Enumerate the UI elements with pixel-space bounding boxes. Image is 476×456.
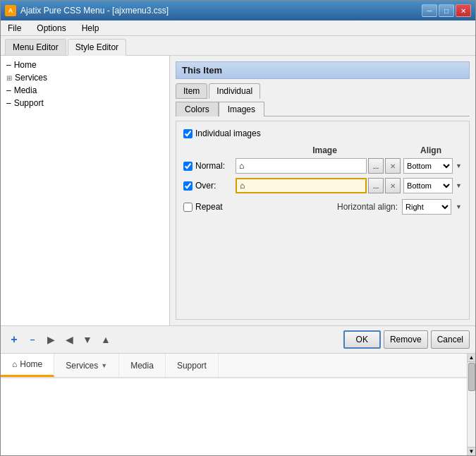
title-bar-left: A Ajatix Pure CSS Menu - [ajxmenu3.css] xyxy=(5,5,169,16)
remove-button[interactable]: Remove xyxy=(384,330,428,349)
add-button[interactable]: + xyxy=(6,332,22,347)
menu-help[interactable]: Help xyxy=(78,22,104,35)
repeat-label: Repeat xyxy=(195,202,223,212)
over-align-select[interactable]: Bottom Top Middle Left Right xyxy=(403,178,453,193)
tab-menu-editor[interactable]: Menu Editor xyxy=(5,39,66,55)
horiz-align-group: Horizontal align: Right Left Center ▼ xyxy=(337,199,462,215)
services-dropdown-arrow: ▼ xyxy=(101,362,107,369)
tree-label-media: Media xyxy=(14,85,37,95)
over-input-group: ⌂ ... ✕ xyxy=(236,178,401,193)
window-title: Ajatix Pure CSS Menu - [ajxmenu3.css] xyxy=(20,6,169,16)
tree-item-bullet-support: – xyxy=(6,98,11,108)
scrollbar-track xyxy=(468,362,475,447)
preview-item-support[interactable]: Support xyxy=(166,354,219,377)
right-panel: This Item Item Individual Colors Images … xyxy=(170,56,475,325)
repeat-row: Repeat xyxy=(183,202,223,212)
preview-item-services[interactable]: Services ▼ xyxy=(54,354,119,377)
inner-tab-colors[interactable]: Colors xyxy=(176,102,219,116)
over-image-input[interactable]: ⌂ xyxy=(236,178,367,193)
minimize-button[interactable]: ─ xyxy=(422,4,437,17)
maximize-button[interactable]: □ xyxy=(439,4,454,17)
preview-scrollbar[interactable]: ▲ ▼ xyxy=(467,354,475,455)
sub-tab-item[interactable]: Item xyxy=(176,83,207,99)
over-clear-button[interactable]: ✕ xyxy=(385,178,401,193)
next-button[interactable]: ▶ xyxy=(43,332,59,347)
menu-bar: File Options Help xyxy=(1,20,475,36)
horiz-align-label: Horizontal align: xyxy=(337,202,398,212)
normal-image-input[interactable]: ⌂ xyxy=(236,158,367,174)
normal-label-group: Normal: xyxy=(183,161,233,171)
bottom-options-row: Repeat Horizontal align: Right Left Cent… xyxy=(183,199,462,215)
individual-images-row: Individual images xyxy=(183,128,462,138)
prev-button[interactable]: ◀ xyxy=(61,332,77,347)
cancel-button[interactable]: Cancel xyxy=(431,330,470,349)
footer: + – ▶ ◀ ▼ ▲ OK Remove Cancel xyxy=(1,325,475,353)
remove-icon-button[interactable]: – xyxy=(25,332,40,347)
app-icon: A xyxy=(5,5,16,16)
tree-label-services: Services xyxy=(15,73,47,83)
horiz-align-arrow: ▼ xyxy=(456,203,462,210)
up-button[interactable]: ▲ xyxy=(98,332,114,347)
close-button[interactable]: ✕ xyxy=(456,4,471,17)
tree-panel: – Home ⊞ Services – Media – Support xyxy=(1,56,170,325)
normal-image-row: Normal: ⌂ ... ✕ Bottom Top Middle Left xyxy=(183,158,462,174)
preview-services-label: Services xyxy=(66,361,98,371)
preview-menu: ⌂ Home Services ▼ Media Support xyxy=(1,354,467,378)
title-bar: A Ajatix Pure CSS Menu - [ajxmenu3.css] … xyxy=(1,1,475,20)
over-image-checkbox[interactable] xyxy=(183,181,193,191)
tree-item-media[interactable]: – Media xyxy=(4,84,166,97)
tree-item-home[interactable]: – Home xyxy=(4,59,166,71)
scrollbar-thumb[interactable] xyxy=(468,363,475,391)
normal-label: Normal: xyxy=(195,161,225,171)
tab-style-editor[interactable]: Style Editor xyxy=(68,39,126,56)
normal-input-group: ⌂ ... ✕ xyxy=(236,158,401,174)
ok-button[interactable]: OK xyxy=(343,330,381,349)
individual-images-checkbox[interactable] xyxy=(183,129,193,138)
menu-file[interactable]: File xyxy=(4,22,25,35)
preview-support-label: Support xyxy=(177,361,207,371)
menu-options[interactable]: Options xyxy=(32,22,70,35)
images-content-panel: Individual images Image Align Normal: ⌂ xyxy=(176,121,470,320)
sub-tab-bar: Item Individual xyxy=(176,83,470,99)
horiz-align-select[interactable]: Right Left Center xyxy=(402,199,451,215)
preview-item-media[interactable]: Media xyxy=(119,354,166,377)
footer-left: + – ▶ ◀ ▼ ▲ xyxy=(6,332,114,347)
tree-label-home: Home xyxy=(14,60,37,70)
normal-align-arrow: ▼ xyxy=(456,162,462,169)
preview-media-label: Media xyxy=(130,361,154,371)
inner-tab-images[interactable]: Images xyxy=(219,102,264,116)
tree-item-bullet: – xyxy=(6,60,11,70)
over-home-icon: ⌂ xyxy=(240,181,245,191)
preview-home-label: Home xyxy=(20,359,42,369)
normal-image-checkbox[interactable] xyxy=(183,162,193,171)
sub-tab-individual[interactable]: Individual xyxy=(209,83,260,99)
individual-images-label: Individual images xyxy=(195,128,261,138)
tree-item-bullet-media: – xyxy=(6,85,11,95)
over-align-arrow: ▼ xyxy=(456,182,462,189)
preview-home-icon: ⌂ xyxy=(12,359,17,369)
tree-item-services[interactable]: ⊞ Services xyxy=(4,71,166,84)
normal-clear-button[interactable]: ✕ xyxy=(385,158,401,174)
preview-area: ⌂ Home Services ▼ Media Support xyxy=(1,354,467,455)
main-tab-bar: Menu Editor Style Editor xyxy=(1,36,475,56)
title-buttons: ─ □ ✕ xyxy=(422,4,471,17)
col-image-label: Image xyxy=(247,145,403,155)
repeat-checkbox[interactable] xyxy=(183,203,193,212)
scrollbar-down-arrow[interactable]: ▼ xyxy=(468,447,475,455)
preview-container: ⌂ Home Services ▼ Media Support ▲ xyxy=(1,353,475,455)
normal-browse-button[interactable]: ... xyxy=(368,158,384,174)
this-item-header: This Item xyxy=(176,61,470,79)
down-button[interactable]: ▼ xyxy=(80,332,95,347)
inner-tab-bar: Colors Images xyxy=(176,102,470,116)
tree-label-support: Support xyxy=(14,98,44,108)
image-table-header: Image Align xyxy=(183,145,462,155)
preview-item-home[interactable]: ⌂ Home xyxy=(1,354,54,377)
normal-align-select[interactable]: Bottom Top Middle Left Right xyxy=(403,158,453,174)
over-browse-button[interactable]: ... xyxy=(368,178,384,193)
over-label-group: Over: xyxy=(183,181,233,191)
tree-expand-services: ⊞ xyxy=(6,74,12,82)
col-align-label: Align xyxy=(403,145,459,155)
main-window: A Ajatix Pure CSS Menu - [ajxmenu3.css] … xyxy=(0,0,476,456)
scrollbar-up-arrow[interactable]: ▲ xyxy=(468,354,475,362)
tree-item-support[interactable]: – Support xyxy=(4,97,166,109)
